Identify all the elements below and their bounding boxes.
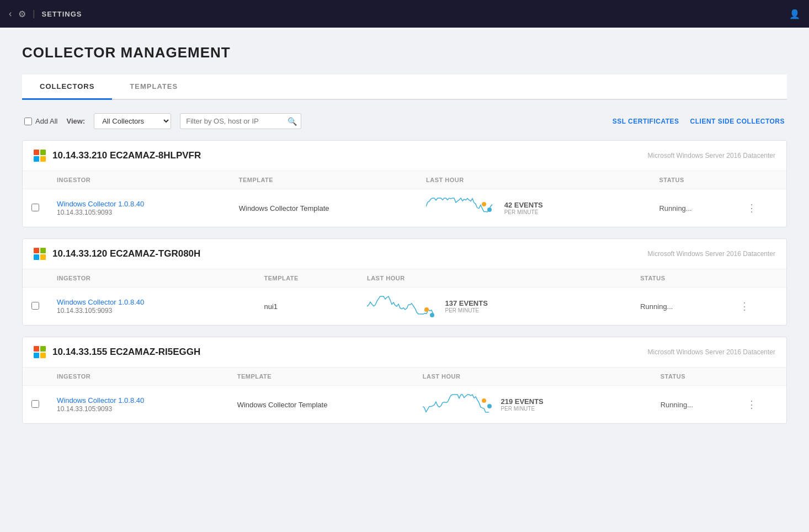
chart-dot	[482, 202, 486, 206]
view-label: View:	[66, 117, 85, 125]
tab-templates[interactable]: TEMPLATES	[112, 75, 195, 100]
chart-cell: 137 EVENTS PER MINUTE	[358, 288, 631, 326]
user-icon[interactable]: 👤	[789, 9, 800, 19]
filter-wrap: 🔍	[180, 113, 301, 129]
card-title: 10.14.33.210 EC2AMAZ-8HLPVFR	[52, 150, 201, 161]
toolbar: Add All View: All Collectors Active Inac…	[22, 113, 787, 129]
toolbar-right: SSL CERTIFICATES CLIENT SIDE COLLECTORS	[613, 118, 785, 125]
events-count: 137 EVENTS	[445, 299, 488, 307]
collector-link[interactable]: Windows Collector 1.0.8.40	[57, 200, 144, 208]
events-count: 219 EVENTS	[501, 397, 543, 406]
collector-table: INGESTOR TEMPLATE LAST HOUR STATUS Windo…	[23, 368, 786, 423]
top-nav: ‹ ⚙ | SETTINGS 👤	[0, 0, 809, 28]
col-last-hour: LAST HOUR	[414, 368, 652, 386]
table-row: Windows Collector 1.0.8.40 10.14.33.105:…	[23, 288, 786, 326]
col-ingestor: INGESTOR	[48, 269, 255, 288]
card-header: 10.14.33.210 EC2AMAZ-8HLPVFR Microsoft W…	[23, 141, 786, 171]
status-text: Running...	[640, 302, 673, 311]
collector-link[interactable]: Windows Collector 1.0.8.40	[57, 298, 144, 306]
tab-bar: COLLECTORS TEMPLATES	[22, 75, 787, 100]
status-text: Running...	[659, 204, 691, 212]
events-count: 42 EVENTS	[504, 201, 543, 209]
col-ingestor: INGESTOR	[48, 171, 230, 189]
filter-input[interactable]	[180, 113, 301, 129]
chart-dot	[482, 398, 486, 403]
page-title: COLLECTOR MANAGEMENT	[22, 44, 787, 61]
windows-icon	[34, 346, 46, 358]
main-content: COLLECTOR MANAGEMENT COLLECTORS TEMPLATE…	[0, 28, 809, 532]
status-text: Running...	[661, 401, 693, 409]
row-checkbox[interactable]	[31, 204, 39, 211]
chart-dot-end	[487, 208, 492, 212]
card-header: 10.14.33.120 EC2AMAZ-TGR080H Microsoft W…	[23, 239, 786, 269]
collector-card-2: 10.14.33.155 EC2AMAZ-RI5EGGH Microsoft W…	[22, 337, 787, 424]
more-options-icon[interactable]: ⋮	[747, 203, 757, 214]
chart-dot-end	[487, 404, 492, 408]
ssl-certs-link[interactable]: SSL CERTIFICATES	[613, 118, 679, 125]
sparkline-chart	[426, 196, 498, 220]
sparkline-chart	[423, 392, 494, 417]
events-info: 219 EVENTS PER MINUTE	[501, 397, 543, 412]
more-options-icon[interactable]: ⋮	[747, 399, 757, 410]
chart-dot	[424, 307, 429, 312]
col-ingestor: INGESTOR	[48, 368, 228, 386]
template-cell: Windows Collector Template	[228, 386, 414, 424]
collector-card-0: 10.14.33.210 EC2AMAZ-8HLPVFR Microsoft W…	[22, 140, 787, 227]
back-icon[interactable]: ‹	[9, 9, 12, 19]
card-header-left: 10.14.33.210 EC2AMAZ-8HLPVFR	[34, 150, 201, 162]
template-cell: Windows Collector Template	[230, 189, 417, 227]
add-all-checkbox[interactable]	[24, 118, 32, 125]
events-info: 42 EVENTS PER MINUTE	[504, 201, 543, 215]
more-options-icon[interactable]: ⋮	[739, 301, 750, 312]
chart-cell: 42 EVENTS PER MINUTE	[417, 189, 650, 227]
card-title: 10.14.33.155 EC2AMAZ-RI5EGGH	[52, 347, 200, 358]
col-status: STATUS	[650, 171, 737, 189]
col-last-hour: LAST HOUR	[358, 269, 631, 288]
add-all-label[interactable]: Add All	[24, 117, 57, 125]
status-cell: Running...	[631, 288, 731, 326]
events-label: PER MINUTE	[501, 406, 543, 412]
collectors-container: 10.14.33.210 EC2AMAZ-8HLPVFR Microsoft W…	[22, 140, 787, 424]
row-checkbox[interactable]	[31, 302, 39, 310]
col-status: STATUS	[652, 368, 738, 386]
col-last-hour: LAST HOUR	[417, 171, 650, 189]
status-cell: Running...	[650, 189, 737, 227]
col-template: TEMPLATE	[230, 171, 417, 189]
row-checkbox[interactable]	[31, 400, 39, 408]
collector-card-1: 10.14.33.120 EC2AMAZ-TGR080H Microsoft W…	[22, 238, 787, 326]
col-template: TEMPLATE	[228, 368, 414, 386]
events-label: PER MINUTE	[445, 307, 488, 313]
chart-cell: 219 EVENTS PER MINUTE	[414, 386, 652, 424]
card-os: Microsoft Windows Server 2016 Datacenter	[648, 250, 775, 258]
card-os: Microsoft Windows Server 2016 Datacenter	[648, 152, 775, 159]
search-icon: 🔍	[288, 117, 297, 126]
col-template: TEMPLATE	[255, 269, 358, 288]
status-cell: Running...	[652, 386, 738, 424]
windows-icon	[34, 248, 46, 260]
collector-table: INGESTOR TEMPLATE LAST HOUR STATUS Windo…	[23, 269, 786, 325]
table-row: Windows Collector 1.0.8.40 10.14.33.105:…	[23, 189, 786, 227]
windows-icon	[34, 150, 46, 162]
collector-table: INGESTOR TEMPLATE LAST HOUR STATUS Windo…	[23, 171, 786, 227]
events-info: 137 EVENTS PER MINUTE	[445, 299, 488, 313]
card-header-left: 10.14.33.120 EC2AMAZ-TGR080H	[34, 248, 200, 260]
template-cell: nui1	[255, 288, 358, 326]
tab-collectors[interactable]: COLLECTORS	[22, 75, 112, 100]
table-row: Windows Collector 1.0.8.40 10.14.33.105:…	[23, 386, 786, 424]
col-status: STATUS	[631, 269, 731, 288]
card-title: 10.14.33.120 EC2AMAZ-TGR080H	[52, 248, 200, 259]
settings-title: SETTINGS	[41, 10, 82, 18]
events-label: PER MINUTE	[504, 209, 543, 215]
view-select[interactable]: All Collectors Active Inactive	[94, 113, 171, 129]
client-side-link[interactable]: CLIENT SIDE COLLECTORS	[690, 118, 785, 125]
collector-link[interactable]: Windows Collector 1.0.8.40	[57, 396, 144, 405]
sparkline-chart	[367, 294, 439, 318]
card-header: 10.14.33.155 EC2AMAZ-RI5EGGH Microsoft W…	[23, 337, 786, 368]
card-os: Microsoft Windows Server 2016 Datacenter	[648, 348, 775, 356]
gear-icon[interactable]: ⚙	[18, 9, 26, 19]
chart-dot-end	[430, 313, 434, 317]
card-header-left: 10.14.33.155 EC2AMAZ-RI5EGGH	[34, 346, 200, 358]
